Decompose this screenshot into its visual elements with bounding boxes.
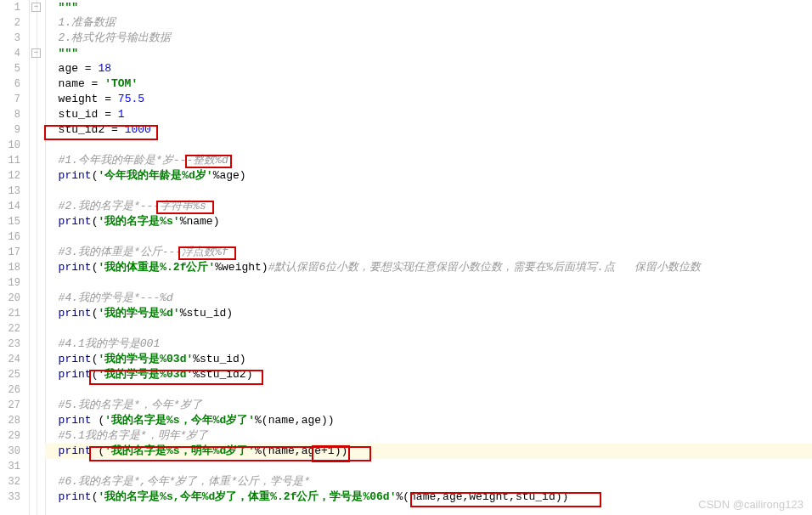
code-line[interactable]: print('我的体重是%.2f公斤'%weight)#默认保留6位小数，要想实… — [45, 260, 812, 275]
token: name = — [59, 77, 105, 90]
line-number: 14 — [0, 199, 29, 214]
token: '我的学号是%03d' — [98, 353, 193, 365]
fold-toggle-icon[interactable]: − — [31, 3, 41, 12]
line-number: 32 — [0, 474, 29, 490]
code-line[interactable]: #5.1我的名字是*，明年*岁了 — [45, 428, 812, 444]
line-number: 27 — [0, 398, 29, 413]
token: %stu_id) — [180, 307, 233, 320]
token: ( — [92, 444, 105, 457]
line-number: 20 — [0, 291, 29, 306]
token: %weight) — [215, 261, 268, 274]
token: """ — [59, 1, 78, 14]
token: print — [59, 169, 92, 182]
code-line[interactable]: stu_id = 1 — [45, 107, 812, 122]
code-area[interactable]: """ 1.准备数据 2.格式化符号输出数据 """ age = 18 name… — [45, 0, 812, 515]
token: '我的名字是%s,今年%d岁了，体重%.2f公斤，学号是%06d' — [98, 490, 396, 503]
code-line[interactable]: print('我的名字是%s'%name) — [45, 214, 812, 229]
code-line[interactable]: #1.今年我的年龄是*岁---整数%d — [45, 153, 812, 168]
line-number: 18 — [0, 260, 29, 275]
token: stu_id = — [59, 108, 118, 121]
code-line[interactable]: print('我的学号是%d'%stu_id) — [45, 306, 812, 321]
line-number: 29 — [0, 428, 29, 444]
token: %name) — [180, 215, 220, 228]
token: #6.我的名字是*,今年*岁了，体重*公斤，学号是* — [59, 475, 310, 488]
token: #1.今年我的年龄是*岁---整数%d — [59, 154, 228, 167]
code-line[interactable]: print('我的学号是%03d'%stu_id2) — [45, 367, 812, 382]
fold-toggle-icon[interactable]: − — [31, 48, 41, 58]
code-line[interactable]: name = 'TOM' — [45, 76, 812, 92]
token: #默认保留6位小数，要想实现任意保留小数位数，需要在%后面填写.点 保留小数位数 — [268, 261, 702, 274]
token: print — [59, 307, 92, 320]
token: #4.我的学号是*---%d — [59, 291, 173, 304]
line-number: 1 — [0, 0, 29, 15]
code-line[interactable] — [45, 459, 812, 474]
line-number: 28 — [0, 413, 29, 428]
token: '我的学号是%d' — [98, 307, 179, 320]
code-line[interactable]: print('我的名字是%s,今年%d岁了，体重%.2f公斤，学号是%06d'%… — [45, 490, 812, 505]
line-number: 21 — [0, 306, 29, 321]
code-line[interactable] — [45, 321, 812, 337]
code-line[interactable] — [45, 382, 812, 398]
code-line[interactable]: 2.格式化符号输出数据 — [45, 31, 812, 46]
token: 'TOM' — [104, 77, 138, 90]
token: weight = — [59, 93, 118, 105]
line-number: 8 — [0, 107, 29, 122]
line-number: 3 — [0, 31, 29, 46]
line-number: 13 — [0, 184, 29, 199]
line-number: 15 — [0, 214, 29, 229]
code-line[interactable]: """ — [45, 46, 812, 61]
watermark: CSDN @cailirong123 — [698, 498, 804, 511]
code-line[interactable] — [45, 184, 812, 199]
code-editor[interactable]: 1234567891011121314151617181920212223242… — [0, 0, 812, 515]
fold-gutter[interactable]: −− — [30, 0, 45, 515]
line-number: 5 — [0, 61, 29, 76]
code-line[interactable]: #5.我的名字是*，今年*岁了 — [45, 398, 812, 413]
code-line[interactable]: """ — [45, 0, 812, 15]
code-line[interactable]: print ('我的名字是%s，今年%d岁了'%(name,age)) — [45, 413, 812, 428]
code-line[interactable] — [45, 138, 812, 153]
line-number: 6 — [0, 76, 29, 92]
line-number: 17 — [0, 245, 29, 260]
token: '我的名字是%s，明年%d岁了' — [104, 444, 255, 457]
token: '我的学号是%03d' — [98, 368, 193, 381]
token: '今年我的年龄是%d岁' — [98, 169, 212, 182]
code-line[interactable] — [45, 229, 812, 245]
token: %(name,age,weight,stu_id)) — [396, 490, 568, 503]
token: 1000 — [125, 123, 151, 136]
token: age = — [59, 62, 99, 75]
line-number: 33 — [0, 490, 29, 505]
token: print — [59, 261, 92, 274]
code-line[interactable]: #3.我的体重是*公斤---浮点数%f — [45, 245, 812, 260]
code-line[interactable] — [45, 275, 812, 291]
token: """ — [59, 47, 78, 59]
token: 1 — [118, 108, 125, 121]
token: stu_id2 = — [59, 123, 125, 136]
code-line[interactable]: 1.准备数据 — [45, 15, 812, 31]
token: '我的名字是%s' — [98, 215, 179, 228]
token: '我的名字是%s，今年%d岁了' — [104, 414, 255, 427]
code-line[interactable]: #6.我的名字是*,今年*岁了，体重*公斤，学号是* — [45, 474, 812, 490]
token: 1.准备数据 — [59, 16, 116, 29]
line-number: 7 — [0, 92, 29, 107]
token: %age) — [213, 169, 246, 182]
code-line[interactable]: #4.我的学号是*---%d — [45, 291, 812, 306]
line-number: 19 — [0, 275, 29, 291]
code-line[interactable]: stu_id2 = 1000 — [45, 122, 812, 138]
code-line[interactable]: print('我的学号是%03d'%stu_id) — [45, 352, 812, 367]
code-line[interactable]: print ('我的名字是%s，明年%d岁了'%(name,age+1)) — [45, 444, 812, 459]
token: '我的体重是%.2f公斤' — [98, 261, 215, 274]
code-line[interactable]: #2.我的名字是*---字符串%s — [45, 199, 812, 214]
line-number: 24 — [0, 352, 29, 367]
code-line[interactable]: weight = 75.5 — [45, 92, 812, 107]
token: #2.我的名字是*---字符串%s — [59, 200, 206, 212]
line-number: 26 — [0, 382, 29, 398]
code-line[interactable]: print('今年我的年龄是%d岁'%age) — [45, 168, 812, 184]
token: print — [59, 215, 92, 228]
line-number: 23 — [0, 337, 29, 352]
token: #4.1我的学号是001 — [59, 337, 161, 350]
line-number: 11 — [0, 153, 29, 168]
code-line[interactable]: #4.1我的学号是001 — [45, 337, 812, 352]
line-number: 22 — [0, 321, 29, 337]
token: print — [59, 368, 92, 381]
code-line[interactable]: age = 18 — [45, 61, 812, 76]
